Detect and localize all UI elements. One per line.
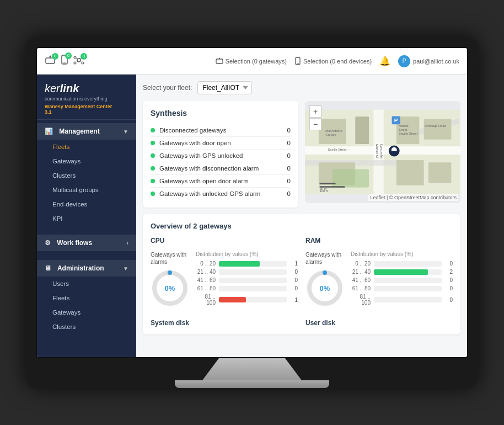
top-row: Synthesis Disconnected gateways 0 [143,101,460,208]
user-avatar: P [398,55,410,67]
ram-dist-label-4: 81 .. 100 [351,294,371,306]
cpu-dist-row-1: 21 .. 40 0 [196,269,298,275]
synthesis-count-1: 0 [282,140,291,146]
nav-workflows-header[interactable]: ⚙ Work flows › [37,235,136,251]
cpu-dist-bar-wrap-3 [219,286,287,291]
synthesis-text-3: Gateways with disconnection alarm [159,165,259,172]
ram-alarms-label: Gateways withalarms [305,251,344,265]
synthesis-count-3: 0 [282,165,291,172]
synthesis-text-4: Gateways with open door alarm [159,178,249,184]
cpu-dist-val-4: 1 [290,297,298,303]
monitor-base [175,380,329,388]
selection-enddevices-label: Selection (0 end-devices) [303,58,372,65]
svg-text:Saville Street →: Saville Street → [328,148,351,151]
synthesis-row-0: Disconnected gateways 0 [151,124,291,137]
bell-icon[interactable]: 🔔 [379,56,390,66]
cpu-dist-label-0: 0 .. 20 [196,261,216,267]
nav-workflows-label: Work flows [57,239,92,247]
ram-metric-row: Gateways withalarms 0% [305,251,453,308]
ram-dist-val-0: 0 [445,261,453,267]
synthesis-text-0: Disconnected gateways [159,127,226,134]
synthesis-row-4: Gateways with open door alarm 0 [151,175,291,188]
cpu-dist-bar-wrap-4 [219,297,287,302]
brand-tagline: communication is everything [45,96,128,102]
management-icon: 📊 [45,128,53,135]
gateway-count-icon[interactable]: 0 [45,55,56,67]
cpu-dist-label-2: 41 .. 60 [196,277,216,283]
map-zoom-out-button[interactable]: − [309,118,321,130]
cluster-count-icon[interactable]: 0 [73,55,84,67]
map-zoom-in-button[interactable]: + [309,105,321,118]
sidebar-item-multicast[interactable]: Multicast groups [37,183,136,197]
synthesis-dot-1 [151,141,155,145]
selection-gateways-btn[interactable]: Selection (0 gateways) [216,57,287,65]
selection-enddevices-btn[interactable]: Selection (0 end-devices) [294,57,372,66]
cpu-dist-bar-0 [219,261,260,267]
cpu-donut: 0% [151,269,189,307]
svg-point-1 [50,55,51,57]
cpu-dist-bar-wrap-2 [219,278,287,283]
sidebar-item-admin-clusters[interactable]: Clusters [37,320,136,334]
svg-rect-26 [428,162,451,183]
overview-card: Overview of 2 gateways CPU Gateways with… [143,214,460,334]
svg-point-9 [82,62,84,64]
svg-point-13 [219,57,220,59]
ram-alarms-col: Gateways withalarms 0% [305,251,344,307]
synthesis-text-5: Gateways with unlocked GPS alarm [159,190,260,197]
disk-row: System disk User disk [151,314,453,327]
synthesis-count-4: 0 [282,178,291,184]
synthesis-label-4: Gateways with open door alarm [151,178,282,184]
cpu-dist-row-2: 41 .. 60 0 [196,277,298,283]
ram-dist-bar-wrap-1 [374,269,442,275]
nav-admin-header[interactable]: 🖥 Administration ▼ [37,260,136,277]
management-chevron-icon: ▼ [123,129,128,135]
svg-text:Market St: Market St [376,144,379,158]
content-area: Select your fleet: Fleet_AllIOT Synthesi… [136,75,467,357]
synthesis-dot-2 [151,153,155,158]
nav-admin-label: Administration [57,264,104,272]
nav-workflows: ⚙ Work flows › [37,229,136,254]
device-badge: 0 [65,52,72,59]
svg-text:Saville Street: Saville Street [399,132,418,135]
fleet-label: Select your fleet: [143,84,192,92]
sidebar-item-admin-fleets[interactable]: Fleets [37,291,136,305]
fleet-select[interactable]: Fleet_AllIOT [197,81,252,94]
synthesis-count-5: 0 [282,190,291,197]
ram-dist-bar-wrap-2 [374,278,442,283]
ram-dist-header: Distribution by values (%) [351,251,453,257]
version-text: Wanesy Management Center3.1 [45,104,128,115]
map-attribution: Leaflet | © OpenStreetMap contributors [368,194,458,201]
topbar: 0 0 [37,48,467,75]
cpu-distribution: Distribution by values (%) 0 .. 20 1 [196,251,298,308]
cpu-dist-val-1: 0 [290,269,298,275]
nav-management-header[interactable]: 📊 Management ▼ [37,123,136,140]
nav-management: 📊 Management ▼ Fleets Gateways Clusters … [37,120,136,229]
map-zoom-controls: + − [309,105,321,130]
sidebar-item-kpi[interactable]: KPI [37,211,136,226]
sidebar-item-clusters[interactable]: Clusters [37,168,136,183]
synthesis-label-1: Gateways with door open [151,140,282,146]
cpu-dist-label-1: 21 .. 40 [196,269,216,275]
device-select-icon [294,57,301,66]
sidebar-item-users[interactable]: Users [37,277,136,291]
cpu-title: CPU [151,237,298,245]
cpu-dist-val-2: 0 [290,277,298,283]
ram-dist-label-0: 0 .. 20 [351,261,371,267]
sidebar-item-enddevices[interactable]: End-devices [37,197,136,211]
sidebar-item-fleets[interactable]: Fleets [37,140,136,154]
ram-dist-row-3: 61 .. 80 0 [351,285,453,291]
synthesis-label-5: Gateways with unlocked GPS alarm [151,190,282,197]
sidebar-item-admin-gateways[interactable]: Gateways [37,305,136,320]
enddevice-count-icon[interactable]: 0 [60,55,69,68]
sidebar-item-gateways[interactable]: Gateways [37,154,136,168]
cpu-alarms-label: Gateways withalarms [151,251,189,265]
svg-text:Lyncombe: Lyncombe [380,144,383,159]
synthesis-dot-4 [151,179,155,183]
map-card[interactable]: Marylebone Garage Market Street Saville … [305,101,460,203]
main-area: kerlink communication is everything Wane… [37,75,467,357]
svg-rect-12 [216,59,223,63]
svg-text:Marylebone: Marylebone [325,129,342,132]
cpu-dist-row-3: 61 .. 80 0 [196,285,298,291]
fleet-selector: Select your fleet: Fleet_AllIOT [143,81,460,94]
ram-dist-val-2: 0 [445,277,453,283]
